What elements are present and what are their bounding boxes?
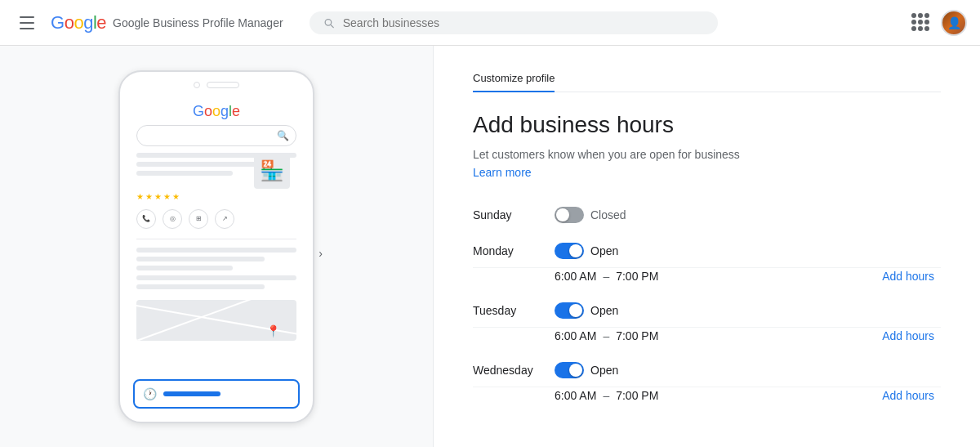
- wednesday-open-time: 6:00 AM: [555, 389, 596, 402]
- building-icon: 🏪: [260, 159, 284, 182]
- tuesday-toggle[interactable]: [555, 302, 584, 319]
- monday-header-row: Monday Open: [473, 235, 941, 268]
- main-content: Google 🔍 🏪 ★ ★: [0, 46, 980, 447]
- sunday-toggle[interactable]: [555, 207, 584, 223]
- phone-bottom-line: [163, 391, 220, 396]
- tuesday-close-time: 7:00 PM: [616, 329, 658, 342]
- header-right: 👤: [911, 10, 967, 36]
- tuesday-toggle-knob: [569, 304, 582, 317]
- phone-notch: [130, 82, 303, 88]
- phone-directions-icon: ◎: [163, 209, 182, 229]
- phone-search-icon: 🔍: [277, 130, 289, 141]
- avatar[interactable]: 👤: [941, 10, 967, 36]
- header: Google Google Business Profile Manager 👤: [0, 0, 980, 46]
- sunday-header-row: Sunday Closed: [473, 199, 941, 231]
- tuesday-add-hours-button[interactable]: Add hours: [882, 329, 941, 342]
- phone-bottom-bar: 🕐: [133, 379, 300, 409]
- tuesday-dash: –: [603, 329, 609, 342]
- monday-time-row: 6:00 AM – 7:00 PM Add hours: [473, 268, 941, 291]
- phone-stars: ★ ★ ★ ★ ★: [130, 189, 303, 204]
- sunday-status: Closed: [590, 208, 626, 221]
- monday-label: Monday: [473, 244, 555, 257]
- phone-map-pin: 📍: [266, 324, 280, 337]
- phone-notch-circle: [194, 82, 200, 88]
- tuesday-label: Tuesday: [473, 304, 555, 317]
- wednesday-close-time: 7:00 PM: [616, 389, 658, 402]
- phone-search-bar: 🔍: [136, 125, 296, 146]
- monday-toggle-container: Open: [555, 243, 653, 259]
- page-description: Let customers know when you are open for…: [473, 148, 941, 161]
- monday-times: 6:00 AM – 7:00 PM: [555, 270, 658, 283]
- sunday-label: Sunday: [473, 208, 555, 221]
- phone-share-icon: ↗: [215, 209, 234, 229]
- tuesday-time-row: 6:00 AM – 7:00 PM Add hours: [473, 328, 941, 351]
- sunday-toggle-container: Closed: [555, 207, 653, 223]
- phone-google-logo: Google: [130, 95, 303, 125]
- wednesday-toggle[interactable]: [555, 362, 584, 378]
- phone-save-icon: ⊞: [189, 209, 208, 229]
- wednesday-add-hours-button[interactable]: Add hours: [882, 389, 941, 402]
- phone-divider: [136, 239, 296, 239]
- monday-toggle[interactable]: [555, 243, 584, 259]
- phone-clock-icon: 🕐: [143, 387, 157, 400]
- phone-notch-bar: [207, 82, 239, 88]
- phone-screen: Google 🔍 🏪 ★ ★: [130, 95, 303, 373]
- monday-close-time: 7:00 PM: [616, 270, 658, 283]
- monday-toggle-knob: [569, 244, 582, 257]
- sunday-row: Sunday Closed: [473, 199, 941, 231]
- wednesday-status: Open: [590, 364, 618, 377]
- wednesday-time-row: 6:00 AM – 7:00 PM Add hours: [473, 387, 941, 410]
- right-panel: Customize profile Add business hours Let…: [433, 46, 980, 447]
- app-title: Google Business Profile Manager: [113, 16, 283, 29]
- monday-row: Monday Open 6:00 AM –: [473, 235, 941, 291]
- phone-business-image: 🏪: [254, 153, 290, 189]
- monday-dash: –: [603, 270, 609, 283]
- tuesday-toggle-container: Open: [555, 302, 653, 319]
- logo: Google Google Business Profile Manager: [51, 12, 283, 34]
- menu-icon[interactable]: [13, 10, 41, 36]
- monday-status: Open: [590, 244, 618, 257]
- wednesday-header-row: Wednesday Open: [473, 354, 941, 387]
- tab-customize-profile[interactable]: Customize profile: [473, 72, 555, 92]
- wednesday-dash: –: [603, 389, 609, 402]
- tuesday-open-time: 6:00 AM: [555, 329, 596, 342]
- wednesday-row: Wednesday Open 6:00 AM –: [473, 354, 941, 410]
- monday-add-hours-button[interactable]: Add hours: [882, 270, 941, 283]
- apps-icon[interactable]: [911, 13, 931, 33]
- monday-open-time: 6:00 AM: [555, 270, 596, 283]
- customize-tab: Customize profile: [473, 72, 941, 92]
- phone-call-icon: 📞: [136, 209, 156, 229]
- phone-mockup: Google 🔍 🏪 ★ ★: [118, 70, 314, 423]
- search-input[interactable]: [343, 16, 705, 29]
- sunday-toggle-knob: [556, 208, 569, 221]
- hours-section: Sunday Closed Monday: [473, 199, 941, 413]
- wednesday-toggle-knob: [569, 364, 582, 377]
- phone-chevron-icon: ›: [318, 247, 323, 260]
- search-bar[interactable]: [310, 11, 718, 34]
- phone-action-icons: 📞 ◎ ⊞ ↗: [130, 204, 303, 234]
- tuesday-times: 6:00 AM – 7:00 PM: [555, 329, 658, 342]
- left-panel: Google 🔍 🏪 ★ ★: [0, 46, 433, 447]
- logo-google-text: Google: [51, 12, 106, 34]
- search-icon: [323, 16, 335, 29]
- page-title: Add business hours: [473, 112, 941, 138]
- wednesday-times: 6:00 AM – 7:00 PM: [555, 389, 658, 402]
- wednesday-toggle-container: Open: [555, 362, 653, 378]
- phone-more-lines: [130, 244, 303, 297]
- tuesday-status: Open: [590, 304, 618, 317]
- wednesday-label: Wednesday: [473, 364, 555, 377]
- header-left: Google Google Business Profile Manager: [13, 10, 283, 36]
- tuesday-row: Tuesday Open 6:00 AM –: [473, 294, 941, 351]
- learn-more-link[interactable]: Learn more: [473, 166, 941, 179]
- phone-map-area: 📍: [136, 300, 296, 341]
- tuesday-header-row: Tuesday Open: [473, 294, 941, 328]
